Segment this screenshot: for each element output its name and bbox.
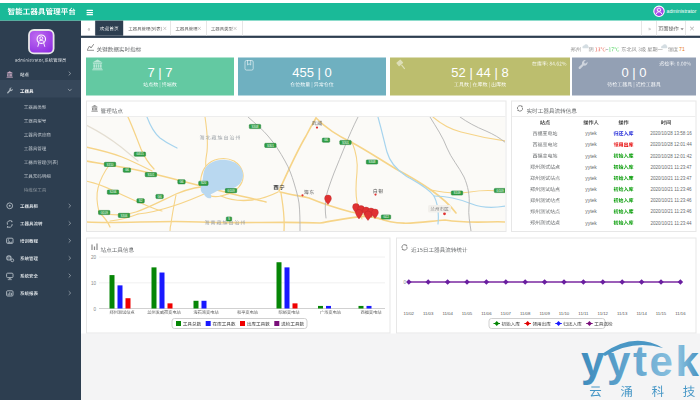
svg-text:S310: S310 — [106, 163, 113, 167]
svg-text:yytek: yytek — [585, 220, 597, 226]
svg-text:G6: G6 — [324, 138, 328, 142]
svg-text:11/05: 11/05 — [462, 311, 473, 316]
svg-text:2020/10/21 11:23:46: 2020/10/21 11:23:46 — [651, 209, 692, 214]
svg-text:S308: S308 — [251, 125, 258, 129]
svg-text:yytek: yytek — [585, 208, 597, 214]
svg-text:2020/10/21 11:23:46: 2020/10/21 11:23:46 — [651, 198, 692, 203]
svg-text:11/11: 11/11 — [578, 311, 589, 316]
svg-text:S306: S306 — [120, 214, 127, 218]
svg-text:11/02: 11/02 — [404, 311, 415, 316]
svg-text:11/10: 11/10 — [559, 311, 570, 316]
svg-text:G22: G22 — [383, 215, 389, 219]
svg-text:11/15: 11/15 — [656, 311, 667, 316]
svg-text:11/06: 11/06 — [481, 311, 492, 316]
svg-text:yytek: yytek — [585, 197, 597, 203]
svg-text:11/12: 11/12 — [598, 311, 609, 316]
svg-text:11/03: 11/03 — [423, 311, 434, 316]
svg-text:52 | 44 | 8: 52 | 44 | 8 — [451, 65, 508, 80]
svg-text:2020/10/28 12:01:44: 2020/10/28 12:01:44 — [650, 142, 692, 147]
svg-text:11/13: 11/13 — [617, 311, 628, 316]
svg-text:yytek: yytek — [585, 130, 597, 136]
svg-text:S301: S301 — [267, 144, 274, 148]
svg-text:2020/10/28 12:01:42: 2020/10/28 12:01:42 — [650, 154, 692, 159]
svg-text:administrator: administrator — [667, 8, 697, 14]
svg-text:0 | 0: 0 | 0 — [621, 65, 646, 80]
svg-text:S206: S206 — [109, 190, 116, 194]
svg-text:yytek: yytek — [585, 164, 597, 170]
svg-text:~: ~ — [605, 46, 608, 52]
svg-text:11/08: 11/08 — [520, 311, 531, 316]
svg-text:yytek: yytek — [585, 186, 597, 192]
svg-text:11/07: 11/07 — [501, 311, 512, 316]
svg-text:2020/10/28 13:58:16: 2020/10/28 13:58:16 — [650, 131, 692, 136]
svg-text:11/14: 11/14 — [636, 311, 647, 316]
svg-text:S301: S301 — [342, 141, 349, 145]
svg-text:11/16: 11/16 — [675, 311, 686, 316]
svg-text:G109: G109 — [496, 189, 504, 193]
svg-text:2020/10/21 11:23:44: 2020/10/21 11:23:44 — [651, 221, 692, 226]
svg-text:yytek: yytek — [585, 153, 597, 159]
svg-text:10: 10 — [91, 281, 97, 286]
svg-text:S20: S20 — [201, 181, 207, 185]
svg-text:S: S — [228, 217, 230, 221]
svg-text:11/09: 11/09 — [539, 311, 550, 316]
svg-text:S101: S101 — [147, 173, 154, 177]
svg-text:0: 0 — [403, 280, 406, 285]
svg-text:yytek: yytek — [585, 141, 597, 147]
svg-text:S109: S109 — [453, 191, 460, 195]
svg-text:S308: S308 — [368, 160, 375, 164]
svg-text:20: 20 — [91, 255, 97, 260]
svg-text:11/04: 11/04 — [442, 311, 453, 316]
svg-text:yytek: yytek — [581, 338, 700, 385]
svg-text:7 | 7: 7 | 7 — [147, 65, 172, 80]
svg-text:G6: G6 — [158, 195, 162, 199]
svg-text:yytek: yytek — [585, 175, 597, 181]
svg-text:S2: S2 — [139, 199, 143, 203]
svg-text:2020/10/21 11:23:46: 2020/10/21 11:23:46 — [651, 187, 692, 192]
svg-text:G109: G109 — [101, 211, 109, 215]
svg-text:G6: G6 — [179, 180, 183, 184]
svg-text:2020/10/21 11:23:47: 2020/10/21 11:23:47 — [651, 176, 692, 181]
svg-text:G315: G315 — [136, 152, 144, 156]
svg-text:0: 0 — [93, 307, 96, 312]
svg-text:2020/10/21 11:23:47: 2020/10/21 11:23:47 — [651, 165, 692, 170]
svg-text:455 | 0: 455 | 0 — [292, 65, 332, 80]
svg-text:G6: G6 — [125, 168, 129, 172]
svg-text:71: 71 — [679, 46, 685, 52]
svg-text:G109: G109 — [227, 189, 235, 193]
